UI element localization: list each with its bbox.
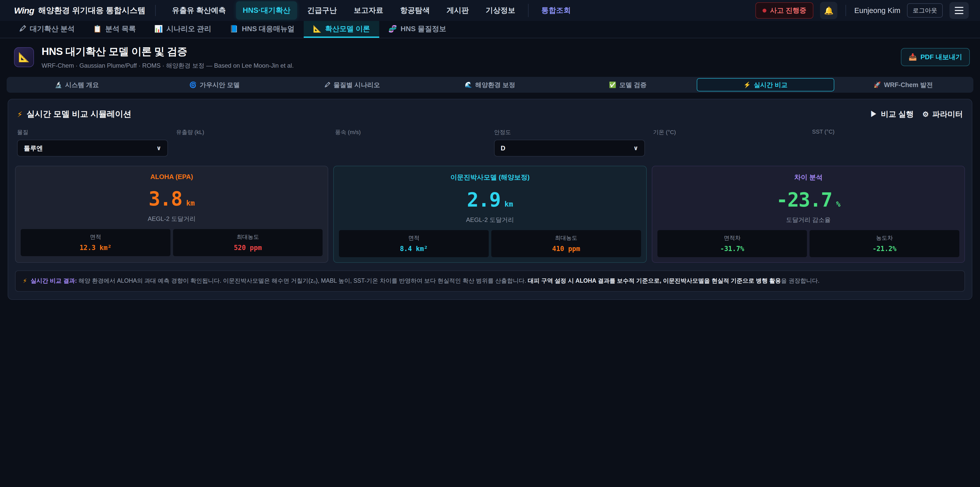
clipboard-icon: 📋 xyxy=(93,25,102,33)
card-unit: % xyxy=(836,200,840,208)
incident-dot-icon xyxy=(762,9,767,13)
card-caption: AEGL-2 도달거리 xyxy=(339,216,641,224)
panel-title: ⚡ 실시간 모델 비교 시뮬레이션 xyxy=(17,109,131,120)
tab-analysis-list[interactable]: 📋 분석 목록 xyxy=(84,21,145,38)
area-stat: 면적 8.4 km² xyxy=(339,230,489,257)
tab-dispersion-model-theory[interactable]: 📐 확산모델 이론 xyxy=(304,21,379,38)
page-header-icon-box: 📐 xyxy=(14,47,34,67)
card-value: 2.9 xyxy=(467,188,500,211)
stability-select[interactable]: D ∨ xyxy=(494,140,645,156)
nav-item-reports[interactable]: 보고자료 xyxy=(347,1,390,20)
section-item-realtime-comparison[interactable]: ⚡ 실시간 비교 xyxy=(697,78,835,91)
section-item-label: 해양환경 보정 xyxy=(475,81,515,89)
stat-value: 8.4 km² xyxy=(342,245,486,252)
wind-speed-input[interactable] xyxy=(335,140,486,156)
card-value-row: 2.9 km xyxy=(339,188,641,211)
card-unit: km xyxy=(504,200,513,208)
notification-bell-button[interactable]: 🔔 xyxy=(820,2,837,19)
hamburger-icon xyxy=(955,7,963,8)
stat-value: 520 ppm xyxy=(176,244,320,252)
run-comparison-button[interactable]: ▶ 비교 실행 xyxy=(870,109,914,120)
tab-air-dispersion-analysis[interactable]: 🖍 대기확산 분석 xyxy=(10,21,84,38)
stat-label: 최대농도 xyxy=(176,233,320,241)
note-lead: 실시간 비교 결과: xyxy=(30,277,77,284)
card-stats: 면적 8.4 km² 최대농도 410 ppm xyxy=(339,230,641,257)
logo[interactable]: Wing 해양환경 위기대응 통합시스템 xyxy=(14,5,145,16)
section-item-label: 모델 검증 xyxy=(619,81,647,89)
logo-text: 해양환경 위기대응 통합시스템 xyxy=(38,5,145,16)
card-title: 차이 분석 xyxy=(657,173,959,182)
microscope-icon: 🔬 xyxy=(55,81,62,88)
concentration-difference-stat: 농도차 -21.2% xyxy=(810,230,959,257)
tab-scenario-management[interactable]: 📊 시나리오 관리 xyxy=(145,21,220,38)
crayon-icon: 🖍 xyxy=(19,25,26,33)
section-item-label: 실시간 비교 xyxy=(754,81,788,89)
substance-select[interactable]: 톨루엔 ∨ xyxy=(17,140,168,156)
panel-title-text: 실시간 모델 비교 시뮬레이션 xyxy=(27,109,131,120)
section-item-label: 시스템 개요 xyxy=(65,81,99,89)
topbar-right: 사고 진행중 🔔 Eunjeong Kim 로그아웃 xyxy=(756,2,969,19)
tab-label: HNS 대응매뉴얼 xyxy=(242,24,294,34)
nav-item-hns-dispersion[interactable]: HNS·대기확산 xyxy=(236,1,297,20)
aloha-result-card: ALOHA (EPA) 3.8 km AEGL-2 도달거리 면적 12.3 k… xyxy=(15,166,328,263)
crayon-icon: 🖍 xyxy=(325,81,331,88)
page-subtitle: WRF-Chem · Gaussian Plume/Puff · ROMS · … xyxy=(41,62,294,70)
section-item-system-overview[interactable]: 🔬 시스템 개요 xyxy=(8,78,146,91)
parameters-button[interactable]: ⚙ 파라미터 xyxy=(922,109,963,120)
nav-item-integrated-search[interactable]: 통합조회 xyxy=(535,1,578,20)
stat-label: 면적 xyxy=(23,233,168,241)
nav-item-board[interactable]: 게시판 xyxy=(440,1,476,20)
triangle-ruler-icon: 📐 xyxy=(18,52,30,62)
page-header: 📐 HNS 대기확산 모델 이론 및 검증 WRF-Chem · Gaussia… xyxy=(0,38,980,75)
air-temp-input[interactable] xyxy=(653,140,804,156)
parameters-label: 파라미터 xyxy=(932,109,963,120)
wave-icon: 🌊 xyxy=(465,81,472,88)
nav-item-weather[interactable]: 기상정보 xyxy=(479,1,522,20)
pdf-export-button[interactable]: 📥 PDF 내보내기 xyxy=(901,48,970,66)
incident-status-badge[interactable]: 사고 진행중 xyxy=(756,2,814,19)
bell-icon: 🔔 xyxy=(824,6,834,15)
stability-select-value: D xyxy=(501,145,505,152)
stat-label: 농도차 xyxy=(812,234,957,242)
nav-item-oil-spill[interactable]: 유출유 확산예측 xyxy=(165,1,232,20)
card-value: -23.7 xyxy=(776,188,832,211)
section-item-gaussian-model[interactable]: 🌀 가우시안 모델 xyxy=(146,78,283,91)
stat-label: 면적 xyxy=(342,234,486,242)
section-item-marine-correction[interactable]: 🌊 해양환경 보정 xyxy=(421,78,559,91)
area-difference-stat: 면적차 -31.7% xyxy=(657,230,807,257)
lee-model-result-card: 이문진박사모델 (해양보정) 2.9 km AEGL-2 도달거리 면적 8.4… xyxy=(333,166,646,263)
section-item-wrf-chem[interactable]: 🚀 WRF-Chem 발전 xyxy=(834,78,972,91)
section-item-label: 가우시안 모델 xyxy=(200,81,240,89)
card-caption: 도달거리 감소율 xyxy=(657,216,959,224)
section-item-label: 물질별 시나리오 xyxy=(334,81,380,89)
substance-field: 물질 톨루엔 ∨ xyxy=(17,128,168,156)
max-concentration-stat: 최대농도 410 ppm xyxy=(491,230,641,257)
lightning-icon: ⚡ xyxy=(23,276,27,286)
difference-analysis-card: 차이 분석 -23.7 % 도달거리 감소율 면적차 -31.7% 농도차 -2… xyxy=(652,166,965,263)
air-temp-label: 기온 (°C) xyxy=(653,128,804,136)
section-item-label: WRF-Chem 발전 xyxy=(884,81,933,89)
tab-label: 확산모델 이론 xyxy=(325,24,370,34)
logout-button[interactable]: 로그아웃 xyxy=(907,3,943,18)
play-icon: ▶ xyxy=(870,109,877,119)
card-title: ALOHA (EPA) xyxy=(21,173,323,181)
card-value-row: -23.7 % xyxy=(657,188,959,211)
section-item-substance-scenarios[interactable]: 🖍 물질별 시나리오 xyxy=(283,78,421,91)
tab-hns-response-manual[interactable]: 📘 HNS 대응매뉴얼 xyxy=(221,21,304,38)
hamburger-menu-button[interactable] xyxy=(950,2,969,19)
substance-label: 물질 xyxy=(17,128,168,136)
nav-item-rescue[interactable]: 긴급구난 xyxy=(301,1,344,20)
section-item-model-validation[interactable]: ✅ 모델 검증 xyxy=(559,78,697,91)
spill-volume-input[interactable] xyxy=(176,140,327,156)
blue-book-icon: 📘 xyxy=(230,25,239,33)
stat-value: 410 ppm xyxy=(494,245,638,252)
run-comparison-label: 비교 실행 xyxy=(881,109,914,120)
card-stats: 면적차 -31.7% 농도차 -21.2% xyxy=(657,230,959,257)
lightning-icon: ⚡ xyxy=(17,110,22,119)
sst-input[interactable] xyxy=(812,139,963,155)
spill-volume-label: 유출량 (kL) xyxy=(176,128,327,136)
tab-hns-substance-info[interactable]: 🧬 HNS 물질정보 xyxy=(379,21,455,38)
note-text: 실시간 비교 결과: 해양 환경에서 ALOHA의 과대 예측 경향이 확인됩니… xyxy=(30,276,819,285)
nav-item-aerial-search[interactable]: 항공탐색 xyxy=(393,1,436,20)
stat-label: 최대농도 xyxy=(494,234,638,242)
